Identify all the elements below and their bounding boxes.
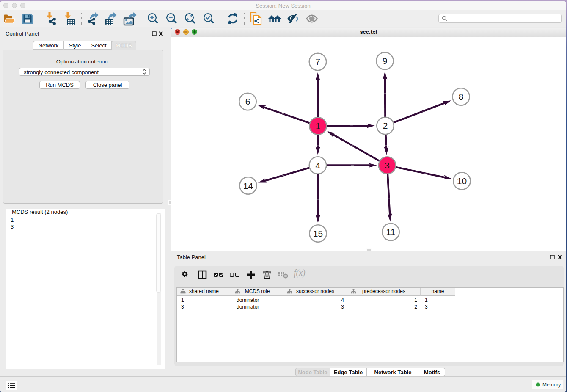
svg-text:6: 6 [245,97,250,106]
svg-text:10: 10 [457,176,467,186]
svg-text:11: 11 [386,227,396,237]
svg-text:4: 4 [315,160,320,170]
svg-text:1: 1 [316,121,321,131]
svg-text:7: 7 [315,57,320,66]
svg-text:3: 3 [385,160,390,170]
svg-text:9: 9 [383,56,388,66]
svg-text:15: 15 [313,229,323,238]
svg-text:8: 8 [459,92,464,102]
svg-text:2: 2 [383,121,388,130]
svg-text:14: 14 [243,181,253,190]
